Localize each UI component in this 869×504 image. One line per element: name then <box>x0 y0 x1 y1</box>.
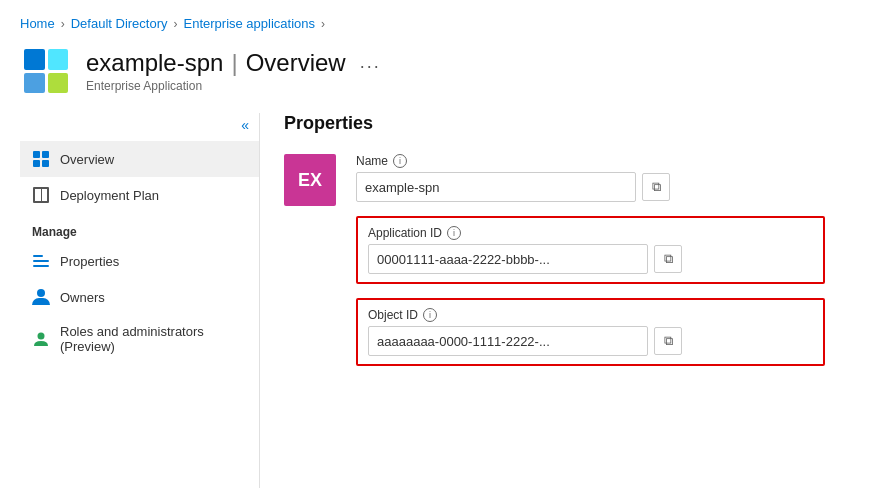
book-icon <box>32 186 50 204</box>
fields-column: Name i example-spn ⧉ <box>356 154 825 366</box>
breadcrumb-enterprise-apps[interactable]: Enterprise applications <box>184 16 316 31</box>
properties-title: Properties <box>284 113 825 134</box>
sidebar-item-roles[interactable]: Roles and administrators (Preview) <box>20 315 259 363</box>
app-id-label: Application ID i <box>368 226 813 240</box>
sidebar-item-overview[interactable]: Overview <box>20 141 259 177</box>
sidebar-item-properties-label: Properties <box>60 254 119 269</box>
roles-icon <box>32 330 50 348</box>
avatar: EX <box>284 154 336 206</box>
sidebar-item-roles-label: Roles and administrators (Preview) <box>60 324 247 354</box>
sidebar-item-owners-label: Owners <box>60 290 105 305</box>
name-copy-button[interactable]: ⧉ <box>642 173 670 201</box>
breadcrumb-sep-1: › <box>61 17 65 31</box>
page-name: Overview <box>246 49 346 78</box>
list-icon <box>32 252 50 270</box>
object-id-field-group: Object ID i aaaaaaaa-0000-1111-2222-... … <box>356 298 825 366</box>
app-title-block: example-spn | Overview ... Enterprise Ap… <box>86 49 387 94</box>
app-id-info-icon[interactable]: i <box>447 226 461 240</box>
content-area: Properties EX Name i example-spn <box>260 113 849 488</box>
app-title: example-spn | Overview ... <box>86 49 387 78</box>
collapse-button[interactable]: « <box>20 113 259 141</box>
object-id-input-row: aaaaaaaa-0000-1111-2222-... ⧉ <box>368 326 813 356</box>
name-field-group: Name i example-spn ⧉ <box>356 154 825 202</box>
copy-icon: ⧉ <box>652 179 661 195</box>
svg-point-0 <box>38 333 45 340</box>
people-icon <box>32 288 50 306</box>
breadcrumb: Home › Default Directory › Enterprise ap… <box>20 16 849 31</box>
sidebar-item-deployment-label: Deployment Plan <box>60 188 159 203</box>
app-name: example-spn <box>86 49 223 78</box>
sidebar: « Overview Deployment Plan Manage <box>20 113 260 488</box>
app-id-input[interactable]: 00001111-aaaa-2222-bbbb-... <box>368 244 648 274</box>
copy-icon-app-id: ⧉ <box>664 251 673 267</box>
app-id-input-row: 00001111-aaaa-2222-bbbb-... ⧉ <box>368 244 813 274</box>
object-id-label: Object ID i <box>368 308 813 322</box>
name-info-icon[interactable]: i <box>393 154 407 168</box>
sidebar-item-deployment-plan[interactable]: Deployment Plan <box>20 177 259 213</box>
overview-icon <box>32 150 50 168</box>
copy-icon-object-id: ⧉ <box>664 333 673 349</box>
breadcrumb-home[interactable]: Home <box>20 16 55 31</box>
object-id-input[interactable]: aaaaaaaa-0000-1111-2222-... <box>368 326 648 356</box>
app-subtitle: Enterprise Application <box>86 79 387 93</box>
name-input-row: example-spn ⧉ <box>356 172 825 202</box>
app-id-copy-button[interactable]: ⧉ <box>654 245 682 273</box>
manage-section-label: Manage <box>20 213 259 243</box>
sidebar-item-properties[interactable]: Properties <box>20 243 259 279</box>
collapse-icon[interactable]: « <box>241 117 249 133</box>
main-layout: « Overview Deployment Plan Manage <box>20 113 849 488</box>
name-label: Name i <box>356 154 825 168</box>
more-button[interactable]: ... <box>354 50 387 76</box>
object-id-copy-button[interactable]: ⧉ <box>654 327 682 355</box>
title-separator: | <box>231 49 237 78</box>
azure-logo <box>24 49 68 93</box>
breadcrumb-sep-3: › <box>321 17 325 31</box>
property-row: EX Name i example-spn <box>284 154 825 366</box>
app-id-field-group: Application ID i 00001111-aaaa-2222-bbbb… <box>356 216 825 284</box>
name-input[interactable]: example-spn <box>356 172 636 202</box>
breadcrumb-default-directory[interactable]: Default Directory <box>71 16 168 31</box>
object-id-info-icon[interactable]: i <box>423 308 437 322</box>
app-header: example-spn | Overview ... Enterprise Ap… <box>20 45 849 97</box>
sidebar-item-overview-label: Overview <box>60 152 114 167</box>
app-icon <box>20 45 72 97</box>
breadcrumb-sep-2: › <box>174 17 178 31</box>
sidebar-item-owners[interactable]: Owners <box>20 279 259 315</box>
